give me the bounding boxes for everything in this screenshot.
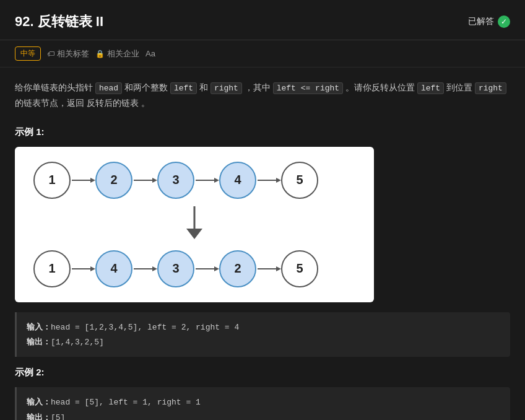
node-bottom-2: 2 bbox=[219, 250, 256, 287]
arrow-down bbox=[179, 205, 210, 244]
example2-input-value: head = [5], left = 1, right = 1 bbox=[51, 398, 201, 407]
related-companies-label: 相关企业 bbox=[107, 48, 139, 59]
example1-output-label: 输出： bbox=[27, 337, 51, 346]
node-bottom-5: 5 bbox=[281, 250, 318, 287]
example2-title: 示例 2: bbox=[15, 367, 510, 378]
example1-block: 输入：head = [1,2,3,4,5], left = 2, right =… bbox=[15, 312, 510, 357]
arrow-top-1 bbox=[71, 174, 95, 186]
example2-output-label: 输出： bbox=[27, 413, 51, 420]
example2-output-line: 输出：[5] bbox=[27, 410, 500, 420]
tags-row: 中等 🏷 相关标签 🔒 相关企业 Aa bbox=[0, 40, 525, 68]
example1-title: 示例 1: bbox=[15, 126, 510, 138]
solved-badge: 已解答 ✓ bbox=[468, 15, 510, 28]
node-bottom-3: 3 bbox=[157, 250, 194, 287]
arrow-bottom-3 bbox=[194, 263, 219, 275]
arrow-down-container bbox=[33, 199, 355, 250]
code-left: left bbox=[170, 82, 197, 94]
node-top-1: 1 bbox=[33, 162, 71, 199]
arrow-top-4 bbox=[256, 174, 281, 186]
node-bottom-4: 4 bbox=[95, 250, 132, 287]
svg-marker-17 bbox=[276, 266, 281, 271]
node-top-4: 4 bbox=[219, 162, 256, 199]
solved-icon: ✓ bbox=[498, 15, 510, 28]
related-companies-item[interactable]: 🔒 相关企业 bbox=[95, 48, 139, 59]
difficulty-badge[interactable]: 中等 bbox=[15, 46, 41, 61]
svg-marker-13 bbox=[152, 266, 157, 271]
page-title: 92. 反转链表 II bbox=[15, 12, 103, 31]
tag-icon: 🏷 bbox=[47, 50, 54, 58]
code-head: head bbox=[95, 82, 122, 94]
svg-marker-9 bbox=[186, 229, 202, 239]
arrow-bottom-2 bbox=[132, 263, 157, 275]
code-left2: left bbox=[417, 82, 444, 94]
arrow-top-2 bbox=[132, 174, 157, 186]
svg-marker-7 bbox=[276, 178, 281, 183]
related-tags-label: 相关标签 bbox=[57, 48, 89, 59]
arrow-top-3 bbox=[194, 174, 219, 186]
code-right: right bbox=[210, 82, 242, 94]
example2-input-label: 输入： bbox=[27, 397, 51, 406]
font-label: Aa bbox=[145, 49, 155, 58]
node-top-3: 3 bbox=[157, 162, 194, 199]
example2-block: 输入：head = [5], left = 1, right = 1 输出：[5… bbox=[15, 387, 510, 420]
code-right2: right bbox=[475, 82, 506, 94]
node-bottom-1: 1 bbox=[33, 250, 71, 287]
example2-input-line: 输入：head = [5], left = 1, right = 1 bbox=[27, 395, 500, 409]
example1-output-value: [1,4,3,2,5] bbox=[51, 338, 104, 347]
node-top-2: 2 bbox=[95, 162, 132, 199]
problem-description: 给你单链表的头指针 head 和两个整数 left 和 right ，其中 le… bbox=[15, 80, 510, 112]
header: 92. 反转链表 II 已解答 ✓ bbox=[0, 0, 525, 40]
example1-input-label: 输入： bbox=[27, 322, 51, 331]
company-icon: 🔒 bbox=[95, 50, 105, 58]
example2-output-value: [5] bbox=[51, 413, 65, 420]
node-top-5: 5 bbox=[281, 162, 318, 199]
svg-marker-3 bbox=[152, 178, 157, 183]
svg-marker-11 bbox=[90, 266, 95, 271]
diagram-top-row: 1 2 3 bbox=[33, 162, 355, 199]
arrow-bottom-4 bbox=[256, 263, 281, 275]
arrow-bottom-1 bbox=[71, 263, 95, 275]
diagram-bottom-row: 1 4 3 bbox=[33, 250, 355, 287]
example1-input-value: head = [1,2,3,4,5], left = 2, right = 4 bbox=[51, 323, 239, 332]
font-icon-item[interactable]: Aa bbox=[145, 49, 155, 58]
related-tags-item[interactable]: 🏷 相关标签 bbox=[47, 48, 89, 59]
svg-marker-5 bbox=[214, 178, 219, 183]
svg-marker-15 bbox=[214, 266, 219, 271]
content: 给你单链表的头指针 head 和两个整数 left 和 right ，其中 le… bbox=[0, 68, 525, 420]
diagram-container: 1 2 3 bbox=[15, 147, 374, 302]
example1-input-line: 输入：head = [1,2,3,4,5], left = 2, right =… bbox=[27, 320, 500, 335]
code-condition: left <= right bbox=[273, 82, 343, 94]
solved-label: 已解答 bbox=[468, 16, 494, 27]
example1-output-line: 输出：[1,4,3,2,5] bbox=[27, 335, 500, 349]
svg-marker-1 bbox=[90, 178, 95, 183]
